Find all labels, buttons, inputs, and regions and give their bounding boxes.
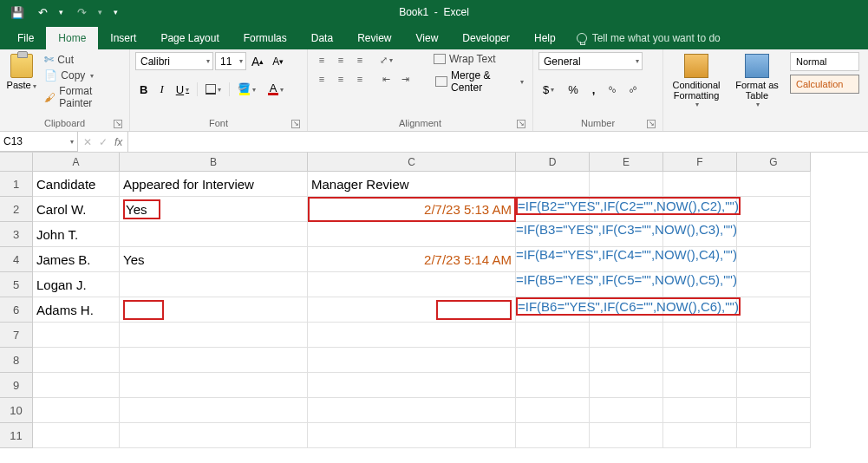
format-as-table-button[interactable]: Format as Table▾ (729, 52, 785, 108)
font-launcher[interactable]: ↘ (291, 120, 300, 128)
row-header-11[interactable]: 11 (0, 423, 33, 448)
select-all-corner[interactable] (0, 153, 33, 172)
cell-a7[interactable] (33, 323, 120, 348)
cell-a11[interactable] (33, 423, 120, 448)
cell-d8[interactable] (516, 348, 590, 373)
tab-insert[interactable]: Insert (98, 27, 148, 49)
wrap-text-button[interactable]: Wrap Text (432, 52, 527, 66)
worksheet-grid[interactable]: A B C D E F G 1 Candidate Appeared for I… (0, 153, 868, 463)
row-header-10[interactable]: 10 (0, 398, 33, 423)
cell-c1[interactable]: Manager Review (308, 172, 516, 197)
alignment-launcher[interactable]: ↘ (517, 120, 525, 128)
orientation-button[interactable]: ⤢▾ (377, 52, 395, 68)
increase-font-button[interactable]: A▴ (248, 52, 267, 71)
cell-g10[interactable] (737, 398, 811, 423)
increase-decimal-button[interactable]: ⁰₀ (604, 82, 620, 97)
font-color-button[interactable]: A▾ (264, 81, 288, 98)
align-right-button[interactable]: ≡ (351, 71, 369, 87)
cell-d9[interactable] (516, 373, 590, 398)
tab-review[interactable]: Review (345, 27, 403, 49)
decrease-font-button[interactable]: A▾ (269, 52, 287, 71)
cell-a10[interactable] (33, 398, 120, 423)
cancel-formula-icon[interactable]: ✕ (83, 136, 92, 148)
cell-a1[interactable]: Candidate (33, 172, 120, 197)
clipboard-launcher[interactable]: ↘ (114, 120, 122, 128)
cell-f9[interactable] (663, 373, 737, 398)
cell-b5[interactable] (120, 272, 308, 297)
cell-c5[interactable] (308, 272, 516, 297)
tab-view[interactable]: View (404, 27, 451, 49)
fill-color-button[interactable]: 🪣▾ (233, 82, 260, 98)
cell-d7[interactable] (516, 323, 590, 348)
cell-b1[interactable]: Appeared for Interview (120, 172, 308, 197)
cell-b7[interactable] (120, 323, 308, 348)
cell-a6[interactable]: Adams H. (33, 297, 120, 323)
cell-d10[interactable] (516, 398, 590, 423)
cell-e11[interactable] (590, 423, 663, 448)
cell-c2[interactable]: 2/7/23 5:13 AM (308, 197, 516, 222)
save-button[interactable]: 💾 (7, 4, 28, 21)
cell-g6[interactable] (737, 297, 811, 323)
cell-e8[interactable] (590, 348, 663, 373)
cell-g7[interactable] (737, 323, 811, 348)
format-painter-button[interactable]: 🖌Format Painter (42, 84, 124, 110)
cell-e10[interactable] (590, 398, 663, 423)
tab-data[interactable]: Data (299, 27, 345, 49)
conditional-formatting-button[interactable]: Conditional Formatting▾ (669, 52, 724, 108)
cell-e7[interactable] (590, 323, 663, 348)
cell-d3[interactable]: =IF(B3="YES",IF(C3="",NOW(),C3),"") (516, 222, 590, 247)
cell-f10[interactable] (663, 398, 737, 423)
cell-b4[interactable]: Yes (120, 247, 308, 272)
cell-a8[interactable] (33, 348, 120, 373)
currency-button[interactable]: $▾ (538, 81, 558, 99)
cell-a5[interactable]: Logan J. (33, 272, 120, 297)
cell-f1[interactable] (663, 172, 737, 197)
cell-g3[interactable] (737, 222, 811, 247)
align-bottom-button[interactable]: ≡ (351, 52, 369, 68)
cell-b2[interactable]: Yes (120, 197, 308, 222)
row-header-9[interactable]: 9 (0, 373, 33, 398)
cell-g1[interactable] (737, 172, 811, 197)
tab-home[interactable]: Home (46, 27, 98, 49)
paste-button[interactable]: Paste▾ (5, 52, 37, 90)
cell-c3[interactable] (308, 222, 516, 247)
tab-page-layout[interactable]: Page Layout (148, 27, 231, 49)
cell-a3[interactable]: John T. (33, 222, 120, 247)
cell-g11[interactable] (737, 423, 811, 448)
cell-style-calculation[interactable]: Calculation (790, 75, 859, 94)
row-header-4[interactable]: 4 (0, 247, 33, 272)
font-size-combo[interactable]: 11▾ (215, 52, 246, 70)
cell-a4[interactable]: James B. (33, 247, 120, 272)
decrease-decimal-button[interactable]: ₀⁰ (625, 82, 641, 97)
cell-g2[interactable] (737, 197, 811, 222)
number-launcher[interactable]: ↘ (647, 120, 656, 128)
number-format-combo[interactable]: General▾ (538, 52, 643, 70)
redo-menu[interactable]: ▾ (95, 6, 106, 18)
italic-button[interactable]: I (155, 80, 167, 99)
undo-button[interactable]: ↶ (35, 4, 51, 21)
row-header-7[interactable]: 7 (0, 323, 33, 348)
cell-d11[interactable] (516, 423, 590, 448)
align-center-button[interactable]: ≡ (332, 71, 349, 87)
col-header-b[interactable]: B (120, 153, 308, 172)
undo-menu[interactable]: ▾ (55, 6, 67, 18)
cell-c11[interactable] (308, 423, 516, 448)
cell-f8[interactable] (663, 348, 737, 373)
row-header-5[interactable]: 5 (0, 272, 33, 297)
cell-b3[interactable] (120, 222, 308, 247)
cell-style-normal[interactable]: Normal (790, 52, 859, 71)
cell-d2[interactable]: =IF(B2="YES",IF(C2="",NOW(),C2),"") (516, 197, 590, 222)
enter-formula-icon[interactable]: ✓ (99, 136, 108, 148)
cell-c8[interactable] (308, 348, 516, 373)
col-header-g[interactable]: G (737, 153, 811, 172)
col-header-d[interactable]: D (516, 153, 590, 172)
fx-icon[interactable]: fx (114, 136, 122, 148)
col-header-f[interactable]: F (663, 153, 737, 172)
cell-g8[interactable] (737, 348, 811, 373)
increase-indent-button[interactable]: ⇥ (396, 71, 414, 87)
col-header-a[interactable]: A (33, 153, 120, 172)
align-top-button[interactable]: ≡ (313, 52, 330, 68)
row-header-3[interactable]: 3 (0, 222, 33, 247)
row-header-8[interactable]: 8 (0, 348, 33, 373)
cell-c10[interactable] (308, 398, 516, 423)
